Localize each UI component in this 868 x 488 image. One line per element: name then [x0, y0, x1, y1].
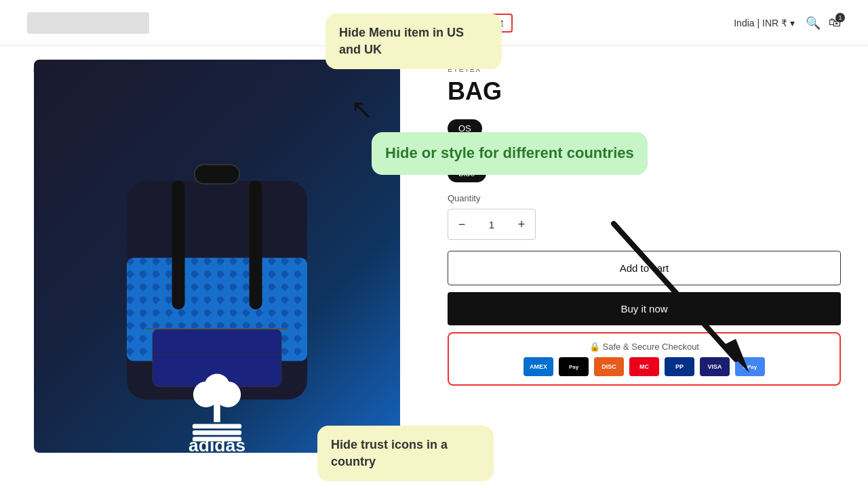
- callout-style-text: Hide or style for different countries: [385, 144, 634, 161]
- amex-icon: AMEX: [524, 357, 553, 376]
- quantity-decrease-button[interactable]: −: [448, 209, 475, 239]
- chevron-down-icon: ▾: [790, 18, 795, 28]
- quantity-control: − 1 +: [448, 209, 536, 240]
- svg-rect-10: [250, 181, 262, 310]
- callout-trust-text: Hide trust icons in a country: [331, 438, 448, 468]
- arrow-menu-icon: ↖: [351, 94, 374, 125]
- search-icon: 🔍: [806, 16, 821, 30]
- cart-button[interactable]: 🛍 1: [829, 16, 841, 30]
- svg-marker-20: [722, 339, 749, 373]
- arrow-diagonal-icon: [600, 210, 763, 386]
- header-right: India | INR ₹ ▾ 🔍 🛍 1: [734, 16, 841, 30]
- svg-rect-8: [195, 165, 240, 184]
- backpack-svg: adidas: [88, 127, 346, 453]
- header-icons: 🔍 🛍 1: [806, 16, 841, 30]
- country-label: India | INR ₹: [734, 18, 787, 28]
- brand-label: EYETEX: [448, 65, 841, 73]
- callout-style: Hide or style for different countries: [372, 132, 648, 175]
- search-button[interactable]: 🔍: [806, 16, 821, 30]
- product-image: adidas: [34, 60, 400, 453]
- quantity-value: 1: [475, 219, 508, 230]
- quantity-label: Quantity: [448, 193, 841, 203]
- svg-rect-9: [172, 181, 185, 310]
- applepay-icon: Pay: [559, 357, 589, 376]
- product-title: BAG: [448, 77, 841, 106]
- svg-rect-15: [193, 424, 241, 429]
- svg-text:adidas: adidas: [189, 435, 245, 453]
- callout-trust: Hide trust icons in a country: [317, 426, 494, 481]
- svg-line-19: [614, 224, 736, 359]
- cart-badge: 1: [835, 13, 845, 22]
- quantity-increase-button[interactable]: +: [508, 209, 535, 239]
- callout-menu-text: Hide Menu item in US and UK: [339, 26, 464, 56]
- logo: [27, 12, 149, 34]
- svg-rect-14: [214, 400, 220, 422]
- callout-menu: Hide Menu item in US and UK: [326, 14, 502, 69]
- country-selector[interactable]: India | INR ₹ ▾: [734, 18, 795, 28]
